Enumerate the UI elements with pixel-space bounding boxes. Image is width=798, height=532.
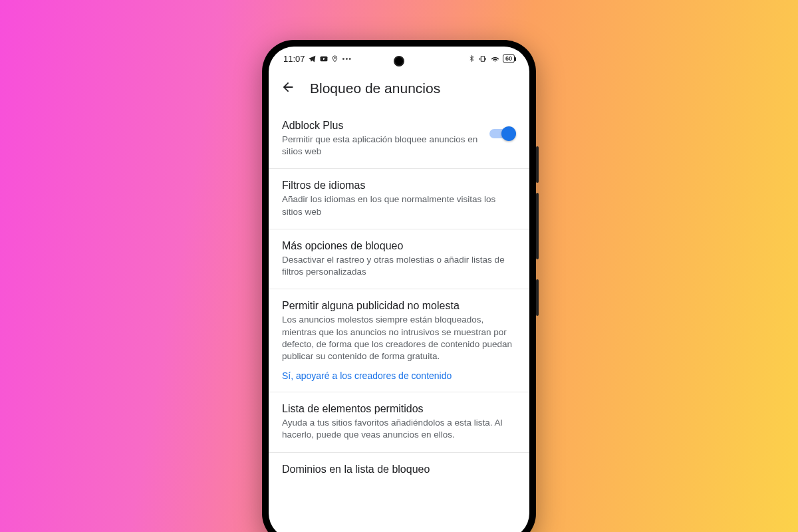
status-left: 11:07 ••• [283, 54, 352, 64]
item-subtitle: Los anuncios molestos siempre están bloq… [282, 314, 516, 362]
back-button[interactable] [281, 80, 295, 97]
page-title: Bloqueo de anuncios [310, 80, 440, 96]
svg-point-1 [334, 57, 335, 59]
item-title: Más opciones de bloqueo [282, 240, 516, 252]
setting-more-blocking-options[interactable]: Más opciones de bloqueo Desactivar el ra… [269, 229, 529, 289]
item-title: Lista de elementos permitidos [282, 403, 516, 415]
app-bar: Bloqueo de anuncios [269, 70, 529, 109]
item-subtitle: Ayuda a tus sitios favoritos añadiéndolo… [282, 417, 516, 441]
item-title: Adblock Plus [282, 120, 481, 132]
status-right: 60 [468, 54, 515, 63]
phone-frame: 11:07 ••• 60 Bloqueo de anuncios [262, 40, 536, 532]
setting-adblock-plus[interactable]: Adblock Plus Permitir que esta aplicació… [269, 109, 529, 169]
more-icon: ••• [342, 55, 352, 63]
item-subtitle: Añadir los idiomas en los que normalment… [282, 194, 516, 217]
setting-allowlist[interactable]: Lista de elementos permitidos Ayuda a tu… [269, 392, 529, 452]
item-subtitle: Permitir que esta aplicación bloquee anu… [282, 134, 481, 158]
svg-rect-2 [481, 56, 484, 61]
telegram-icon [308, 55, 317, 63]
support-creators-link[interactable]: Sí, apoyaré a los creadores de contenido [282, 370, 516, 381]
settings-list: Adblock Plus Permitir que esta aplicació… [269, 109, 529, 488]
phone-side-button [536, 146, 539, 183]
vibrate-icon [478, 55, 487, 63]
item-subtitle: Desactivar el rastreo y otras molestias … [282, 254, 516, 278]
adblock-toggle[interactable] [489, 126, 516, 141]
arrow-back-icon [281, 80, 295, 94]
setting-blocklist-domains[interactable]: Dominios en la lista de bloqueo [269, 453, 529, 488]
status-time: 11:07 [283, 54, 305, 64]
item-title: Permitir alguna publicidad no molesta [282, 300, 516, 312]
item-title: Filtros de idiomas [282, 180, 516, 192]
wifi-icon [490, 55, 500, 63]
location-icon [331, 55, 338, 63]
youtube-icon [319, 55, 329, 63]
phone-camera [394, 56, 404, 66]
setting-language-filters[interactable]: Filtros de idiomas Añadir los idiomas en… [269, 169, 529, 229]
bluetooth-icon [468, 54, 475, 63]
item-title: Dominios en la lista de bloqueo [282, 464, 516, 475]
phone-screen: 11:07 ••• 60 Bloqueo de anuncios [269, 47, 529, 532]
battery-icon: 60 [503, 54, 515, 63]
phone-side-button [536, 279, 539, 316]
phone-side-button [536, 193, 539, 259]
setting-acceptable-ads[interactable]: Permitir alguna publicidad no molesta Lo… [269, 289, 529, 392]
